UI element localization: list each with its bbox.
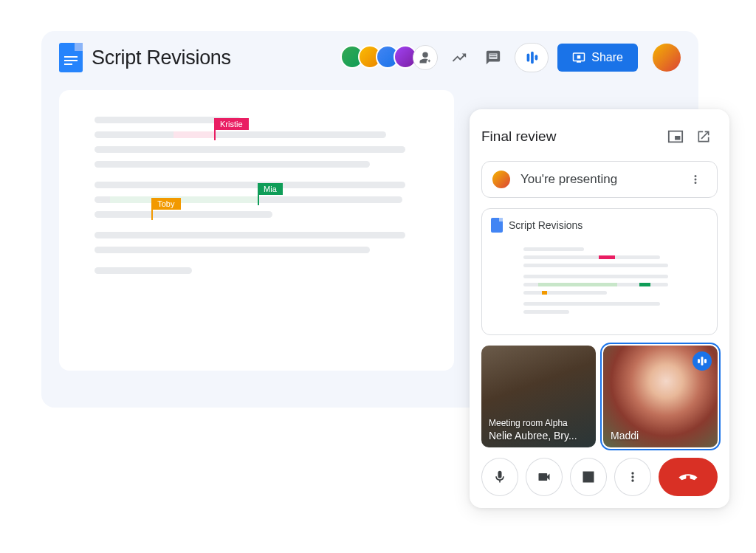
presenting-avatar (491, 169, 512, 190)
presenting-text: You're presenting (520, 172, 674, 187)
video-tile-room[interactable]: Meeting room Alpha Nelie Aubree, Bry... (481, 346, 596, 447)
comments-icon[interactable] (481, 45, 506, 70)
svg-rect-5 (704, 359, 707, 363)
account-avatar[interactable] (653, 44, 681, 72)
doc-title[interactable]: Script Revisions (92, 47, 231, 69)
camera-button[interactable] (526, 458, 563, 496)
cursor-flag-kristie: Kristie (214, 118, 249, 130)
speaking-indicator-icon (693, 351, 712, 371)
hangup-button[interactable] (659, 458, 718, 496)
tile-name: Maddi (611, 430, 639, 442)
video-tiles: Meeting room Alpha Nelie Aubree, Bry... … (481, 346, 718, 447)
svg-rect-1 (531, 52, 534, 64)
doc-page[interactable]: Kristie Mia Toby (59, 90, 454, 371)
open-new-icon[interactable] (690, 123, 718, 151)
svg-rect-4 (701, 357, 704, 365)
collaborator-avatars[interactable] (340, 45, 438, 70)
meet-controls (481, 458, 718, 496)
tile-room-name: Meeting room Alpha (489, 418, 568, 428)
tile-participants: Nelie Aubree, Bry... (489, 430, 577, 442)
svg-rect-2 (535, 55, 538, 60)
presenting-card[interactable]: You're presenting (481, 161, 718, 198)
presented-doc-title: Script Revisions (509, 219, 583, 231)
share-button[interactable]: Share (557, 44, 638, 72)
video-tile-active[interactable]: Maddi (603, 346, 718, 447)
share-label: Share (591, 51, 623, 64)
presentation-preview[interactable]: Script Revisions (481, 208, 718, 335)
picture-in-picture-icon[interactable] (662, 123, 690, 151)
mic-button[interactable] (481, 458, 518, 496)
preview-canvas (491, 237, 708, 326)
more-options-button[interactable] (614, 458, 651, 496)
anonymous-user-icon[interactable] (413, 45, 438, 70)
cursor-flag-mia: Mia (258, 183, 283, 195)
svg-rect-0 (527, 54, 530, 62)
trending-up-icon[interactable] (447, 45, 472, 70)
meet-title: Final review (481, 128, 662, 145)
docs-header: Script Revisions Share (41, 31, 698, 84)
meet-join-button[interactable] (515, 43, 549, 72)
more-vert-icon[interactable] (683, 170, 708, 189)
svg-rect-3 (698, 359, 700, 363)
present-icon (572, 51, 585, 64)
meet-header: Final review (481, 123, 718, 151)
docs-logo-icon (59, 43, 83, 72)
stop-present-button[interactable] (570, 458, 607, 496)
docs-mini-icon (491, 218, 503, 233)
meet-panel: Final review You're presenting Script Re… (470, 109, 729, 508)
cursor-flag-toby: Toby (151, 198, 180, 210)
